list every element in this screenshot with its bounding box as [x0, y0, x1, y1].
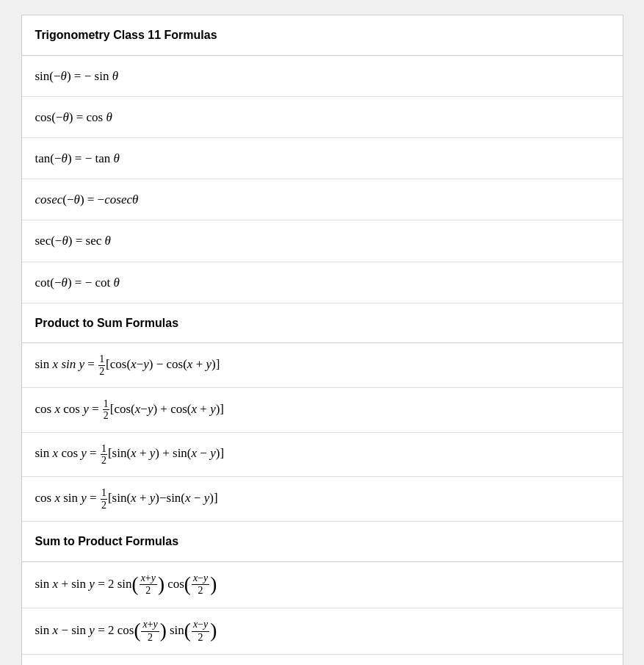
section-header-sum: Sum to Product Formulas: [22, 521, 623, 561]
formula-product-1: sin x sin y = 12[cos(x−y) − cos(x + y)]: [22, 343, 623, 388]
section-title-sum: Sum to Product Formulas: [35, 535, 179, 547]
formula-text: cosec(−θ) = −cosecθ: [35, 193, 139, 206]
section-title-trig: Trigonometry Class 11 Formulas: [35, 29, 217, 41]
formula-text: cos(−θ) = cos θ: [35, 110, 112, 124]
formula-sum-2: sin x − sin y = 2 cos(x+y2) sin(x−y2): [22, 608, 623, 654]
formula-product-4: cos x sin y = 12[sin(x + y)−sin(x − y)]: [22, 477, 623, 522]
section-header-trig: Trigonometry Class 11 Formulas: [22, 15, 623, 55]
formula-text: cos x sin y = 12[sin(x + y)−sin(x − y)]: [35, 491, 218, 505]
section-header-product: Product to Sum Formulas: [22, 303, 623, 343]
formula-text: sec(−θ) = sec θ: [35, 234, 111, 248]
formula-cos-neg: cos(−θ) = cos θ: [22, 96, 623, 137]
formula-product-3: sin x cos y = 12[sin(x + y) + sin(x − y)…: [22, 432, 623, 477]
section-title-product: Product to Sum Formulas: [35, 317, 179, 329]
formula-text: cos x cos y = 12[cos(x−y) + cos(x + y)]: [35, 402, 225, 416]
formula-product-2: cos x cos y = 12[cos(x−y) + cos(x + y)]: [22, 387, 623, 432]
formula-text: sin x sin y = 12[cos(x−y) − cos(x + y)]: [35, 357, 220, 371]
formula-sum-3: cos x + cos y = 2 cos(x+y2) cos(x−y2): [22, 655, 623, 665]
formula-text: sin x + sin y = 2 sin(x+y2) cos(x−y2): [35, 577, 217, 591]
formula-tan-neg: tan(−θ) = − tan θ: [22, 137, 623, 179]
formula-sec-neg: sec(−θ) = sec θ: [22, 220, 623, 262]
formula-table: Trigonometry Class 11 Formulas sin(−θ) =…: [21, 15, 623, 665]
formula-sin-neg: sin(−θ) = − sin θ: [22, 55, 623, 96]
formula-cosec-neg: cosec(−θ) = −cosecθ: [22, 179, 623, 220]
formula-text: sin(−θ) = − sin θ: [35, 69, 119, 83]
formula-text: cot(−θ) = − cot θ: [35, 276, 120, 290]
formula-text: sin x − sin y = 2 cos(x+y2) sin(x−y2): [35, 623, 217, 637]
formula-cot-neg: cot(−θ) = − cot θ: [22, 262, 623, 303]
formula-text: sin x cos y = 12[sin(x + y) + sin(x − y)…: [35, 446, 225, 460]
formula-text: tan(−θ) = − tan θ: [35, 151, 120, 165]
formula-sum-1: sin x + sin y = 2 sin(x+y2) cos(x−y2): [22, 561, 623, 608]
